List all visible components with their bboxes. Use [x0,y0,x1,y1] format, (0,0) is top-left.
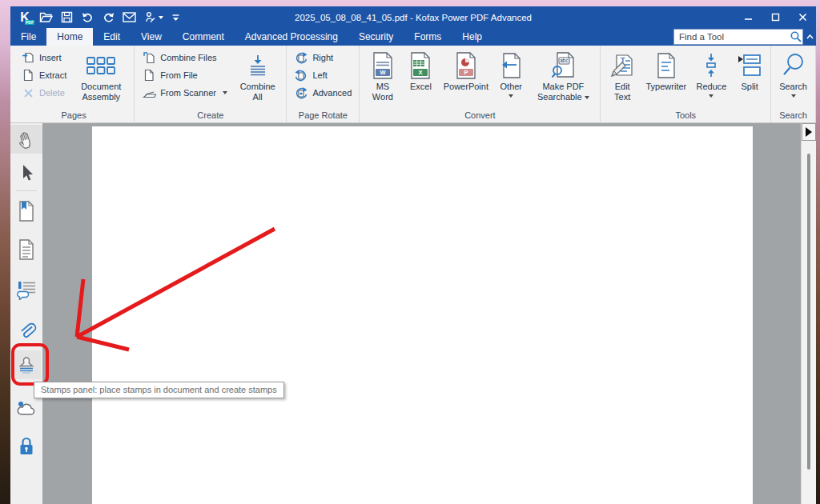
rotate-left-button[interactable]: Left [292,66,353,84]
button-label: Make PDF Searchable [534,82,592,102]
dropdown-caret-icon [585,96,589,99]
convert-powerpoint-button[interactable]: P PowerPoint [441,47,490,92]
main-content [10,123,816,504]
left-panel-bar [10,123,42,504]
button-label: Edit Text [609,82,635,102]
pages-panel-button[interactable] [12,235,41,264]
ribbon-group-page-rotate: Right Left Advanced Page Rotate [287,46,360,122]
hand-tool-button[interactable] [10,125,42,154]
open-folder-icon[interactable] [38,10,54,26]
button-label: Left [312,70,327,80]
scrollbar-thumb[interactable] [807,154,810,470]
extract-pages-button[interactable]: Extract [19,66,68,84]
tab-view[interactable]: View [131,28,172,46]
maximize-button[interactable] [762,6,789,28]
document-assembly-icon [86,50,115,82]
insert-pages-button[interactable]: Insert [19,49,68,66]
app-window: K PDF [10,6,816,504]
sidebar-divider [16,190,37,191]
button-label: From File [160,70,197,80]
rotate-advanced-button[interactable]: Advanced [292,84,353,102]
window-controls [734,6,816,28]
document-assembly-button[interactable]: Document Assembly [74,47,128,102]
make-pdf-searchable-button[interactable]: abc Make PDF Searchable [532,47,594,102]
undo-icon[interactable] [79,10,95,26]
dropdown-caret-icon [508,94,513,98]
find-a-tool-search[interactable]: Find a Tool [673,29,803,45]
ribbon-home: Insert Extract Delete Document A [10,46,816,123]
svg-text:W: W [380,69,386,76]
close-button[interactable] [789,6,816,28]
attachments-panel-button[interactable] [12,315,41,344]
convert-other-button[interactable]: Other [496,47,526,98]
email-icon[interactable] [121,10,137,26]
split-button[interactable]: Split [734,47,765,92]
dropdown-caret-icon [709,94,713,98]
from-file-button[interactable]: From File [140,66,229,84]
search-button[interactable]: Search [777,47,810,98]
convert-ms-word-button[interactable]: W MS Word [365,47,400,102]
select-tool-button[interactable] [12,158,41,187]
stamps-tooltip: Stamps panel: place stamps in document a… [34,382,284,398]
tab-edit[interactable]: Edit [93,28,131,46]
group-label-search: Search [777,109,810,122]
ribbon-group-pages: Insert Extract Delete Document A [14,46,135,122]
button-label: Right [312,53,333,62]
edit-text-button[interactable]: T Edit Text [606,47,637,102]
button-label: Reduce [697,82,727,92]
button-label: Combine All [237,82,278,102]
button-label: MS Word [368,82,397,102]
combine-all-button[interactable]: Combine All [235,47,280,102]
button-label: Document Assembly [76,82,126,102]
kofax-logo-icon[interactable]: K PDF [17,10,33,26]
svg-text:X: X [419,69,423,76]
button-label: Typewriter [646,82,687,92]
tab-file[interactable]: File [10,28,46,46]
tab-security[interactable]: Security [348,28,404,46]
stamps-panel-button[interactable] [12,350,41,379]
reduce-button[interactable]: Reduce [694,47,729,98]
tab-home[interactable]: Home [46,28,93,46]
minimize-button[interactable] [734,6,762,28]
search-magnifier-icon [782,50,806,82]
search-icon [790,30,802,43]
ribbon-tab-bar: File Home Edit View Comment Advanced Pro… [10,28,816,46]
delete-pages-button[interactable]: Delete [19,84,68,102]
tab-advanced-processing[interactable]: Advanced Processing [235,28,348,46]
hand-icon [16,129,37,150]
from-scanner-button[interactable]: From Scanner [140,84,229,102]
combine-files-button[interactable]: Combine Files [140,49,229,66]
collapse-ribbon-chevron-icon[interactable] [805,30,814,43]
customize-quick-access-icon[interactable] [171,10,180,26]
typewriter-button[interactable]: Typewriter [644,47,689,92]
tab-comment[interactable]: Comment [172,28,235,46]
rotate-right-button[interactable]: Right [292,49,353,66]
convert-excel-button[interactable]: X Excel [405,47,436,92]
comments-panel-button[interactable] [12,275,41,304]
delete-x-icon [21,86,35,100]
extract-page-icon [21,68,35,82]
edit-text-icon: T [610,50,634,82]
expand-right-panel-button[interactable] [802,123,816,141]
button-label: Delete [39,88,65,98]
button-label: Split [741,82,758,92]
dropdown-caret-icon [223,91,227,94]
save-icon[interactable] [58,10,74,26]
group-label-pages: Pages [19,109,128,122]
group-label-page-rotate: Page Rotate [292,109,353,122]
tab-forms[interactable]: Forms [404,28,452,46]
right-triangle-icon [806,127,812,137]
cloud-icon [15,398,38,418]
tab-help[interactable]: Help [452,28,492,46]
svg-text:P: P [464,69,468,76]
stamp-icon [15,354,38,376]
bookmarks-panel-button[interactable] [12,197,41,226]
ribbon-group-create: Combine Files From File From Scanner [135,46,287,122]
vertical-scrollbar[interactable] [801,123,816,504]
paperclip-icon [16,319,37,340]
rotate-right-icon [294,50,308,65]
redo-icon[interactable] [100,10,116,26]
security-panel-button[interactable] [12,432,41,461]
send-for-signature-icon[interactable] [142,10,166,26]
dropdown-caret-icon [791,94,796,98]
